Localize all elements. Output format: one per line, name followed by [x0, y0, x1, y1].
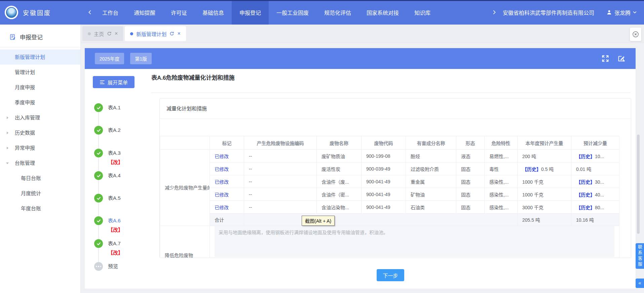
step-table-a6[interactable]: 表A.6【改】: [94, 216, 123, 233]
sidebar-item-abnormal-declaration[interactable]: 异常申报: [0, 140, 80, 155]
expand-menu-button[interactable]: 展开菜单: [93, 76, 135, 88]
cell-waste-name: 含油件（密...: [317, 188, 362, 201]
cell-reduction: 30...: [595, 179, 604, 185]
step-table-a4[interactable]: 表A.4: [94, 171, 121, 180]
tab-status-dot: [88, 32, 91, 35]
collapse-sidebar-button[interactable]: «: [636, 279, 644, 288]
tab-home[interactable]: 主页 ×: [82, 26, 123, 41]
step-table-a7[interactable]: 表A.7【改】: [94, 239, 123, 256]
modified-link[interactable]: 已修改: [215, 154, 229, 159]
app-logo[interactable]: [5, 6, 18, 19]
modified-link[interactable]: 已修改: [215, 179, 229, 185]
nav-item-license[interactable]: 许可证: [163, 0, 195, 25]
modified-link[interactable]: 已修改: [215, 167, 229, 172]
sidebar-item-management-plan[interactable]: 管理计划: [0, 65, 80, 80]
nav-collapse-left-icon[interactable]: [85, 0, 94, 25]
reduction-plan-card: 减量化计划和措施 标记 产生危险废物设施编码 废物名称 废物代码 有害成分名称: [159, 98, 631, 258]
next-step-button[interactable]: 下一步: [377, 269, 404, 281]
refresh-icon[interactable]: [107, 31, 112, 36]
year-chip[interactable]: 2025年度: [95, 53, 124, 64]
cell-waste-name: 废矿物质油: [317, 150, 362, 162]
total-label: 合计: [210, 214, 244, 226]
sidebar-item-new-management-plan[interactable]: 新版管理计划: [0, 49, 80, 65]
check-circle-icon: [94, 126, 103, 135]
history-link[interactable]: 【历史】: [576, 192, 595, 197]
table-row: 已修改 -- 废活性炭 900-039-49 过滤吸附介质 固态 毒性 【历史】…: [160, 162, 619, 175]
header-harmful-component: 有害成分名称: [406, 136, 456, 150]
app-window: 安徽固废 工作台 通知提醒 许可证 基础信息 申报登记 一般工业固废 规范化评估…: [0, 0, 644, 293]
form-title: 表A.6危险废物减量化计划和措施: [151, 73, 234, 81]
history-link[interactable]: 【历史】: [576, 205, 595, 210]
sidebar-item-quarterly-declaration[interactable]: 季度申报: [0, 95, 80, 110]
nav-item-notifications[interactable]: 通知提醒: [126, 0, 163, 25]
circle-close-icon: [632, 31, 639, 38]
sidebar-item-label: 历史数据: [15, 130, 35, 136]
nav-item-basic-info[interactable]: 基础信息: [195, 0, 232, 25]
cell-component: 酚烃: [406, 150, 456, 162]
history-link[interactable]: 【历史】: [576, 179, 595, 185]
contact-service-button[interactable]: 联系客服: [636, 243, 644, 269]
step-preview[interactable]: 预览: [94, 262, 118, 271]
version-chip[interactable]: 第1版: [130, 53, 152, 64]
refresh-icon[interactable]: [169, 31, 174, 36]
sidebar-item-monthly-statistics[interactable]: 月度统计: [0, 186, 80, 201]
header-mark: 标记: [210, 136, 244, 150]
nav-item-declaration[interactable]: 申报登记: [232, 0, 269, 25]
history-link[interactable]: 【历史】: [522, 167, 541, 172]
table-header-row: 标记 产生危险废物设施编码 废物名称 废物代码 有害成分名称 形态 危险特性 本…: [160, 136, 619, 150]
table-row-group2: 降低危险废物 采用与地面绝缘隔离，使用钢板进行满焊铺设地面及使用专用输油管道，积…: [160, 226, 619, 258]
close-icon[interactable]: ×: [115, 31, 118, 36]
sidebar: 申报登记 新版管理计划 管理计划 月度申报 季度申报 出入库管理 历史数据 异常…: [0, 25, 81, 293]
total-output: 205.5 吨: [518, 214, 571, 226]
step-label: 预览: [108, 262, 118, 271]
ellipsis-circle-icon: [94, 262, 103, 271]
modified-link[interactable]: 已修改: [215, 205, 229, 210]
cell-facility: --: [244, 175, 317, 188]
step-table-a5[interactable]: 表A.5: [94, 194, 121, 203]
modified-link[interactable]: 已修改: [215, 192, 229, 197]
close-icon[interactable]: ×: [177, 31, 180, 36]
sidebar-item-label: 台账管理: [15, 160, 35, 166]
nav-item-standard-assessment[interactable]: 规范化评估: [316, 0, 359, 25]
header-waste-name: 废物名称: [317, 136, 362, 150]
modified-badge: 【改】: [108, 249, 123, 256]
row-group-label: 减少危险废物产生量的计划: [160, 150, 210, 226]
step-label: 表A.1: [108, 103, 121, 112]
sidebar-item-yearly-ledger[interactable]: 年度台账: [0, 201, 80, 216]
app-logo-emblem: [6, 7, 17, 18]
nav-expand-right-icon[interactable]: [490, 10, 499, 14]
step-label: 表A.5: [108, 194, 121, 203]
sidebar-item-history-data[interactable]: 历史数据: [0, 125, 80, 140]
edit-cancel-icon[interactable]: [617, 54, 626, 63]
check-circle-icon: [94, 171, 103, 180]
nav-item-knowledge-base[interactable]: 知识库: [407, 0, 438, 25]
step-table-a2[interactable]: 表A.2: [94, 126, 121, 135]
cell-form: 固态: [456, 162, 485, 175]
user-menu[interactable]: 张龙腾: [606, 8, 637, 16]
close-all-tabs-button[interactable]: [630, 28, 641, 41]
expand-menu-label: 展开菜单: [108, 79, 128, 86]
measures-cell: 采用与地面绝缘隔离，使用钢板进行满焊铺设地面及使用专用输油管道，积油池。: [210, 226, 619, 258]
history-link[interactable]: 【历史】: [576, 154, 595, 159]
nav-item-industrial-waste[interactable]: 一般工业固废: [269, 0, 316, 25]
measures-textarea[interactable]: 采用与地面绝缘隔离，使用钢板进行满焊铺设地面及使用专用输油管道，积油池。: [215, 226, 614, 257]
cell-waste-code: 900-039-49: [362, 162, 406, 175]
step-table-a3[interactable]: 表A.3【改】: [94, 149, 123, 166]
nav-item-national-system[interactable]: 国家系统对接: [359, 0, 407, 25]
cell-facility: --: [244, 188, 317, 201]
vertical-scrollbar[interactable]: [637, 135, 640, 234]
navbar-right: 安徽省柏科洪武零部件再制造有限公司 张龙腾: [490, 8, 644, 16]
cell-output: 200 吨: [522, 154, 536, 159]
sidebar-item-ledger-management[interactable]: 台账管理: [0, 155, 80, 171]
step-table-a1[interactable]: 表A.1: [94, 103, 121, 112]
cell-output: 3000 千克: [522, 205, 543, 210]
sidebar-item-monthly-declaration[interactable]: 月度申报: [0, 80, 80, 95]
nav-item-workbench[interactable]: 工作台: [94, 0, 126, 25]
sidebar-item-daily-ledger[interactable]: 每日台账: [0, 171, 80, 186]
header-hazard: 危险特性: [485, 136, 518, 150]
nav-menu: 工作台 通知提醒 许可证 基础信息 申报登记 一般工业固废 规范化评估 国家系统…: [94, 0, 438, 25]
fullscreen-icon[interactable]: [601, 54, 609, 63]
sidebar-item-inout-warehouse[interactable]: 出入库管理: [0, 110, 80, 125]
tab-new-management-plan[interactable]: 新版管理计划 ×: [125, 26, 186, 41]
modified-badge: 【改】: [108, 226, 123, 233]
